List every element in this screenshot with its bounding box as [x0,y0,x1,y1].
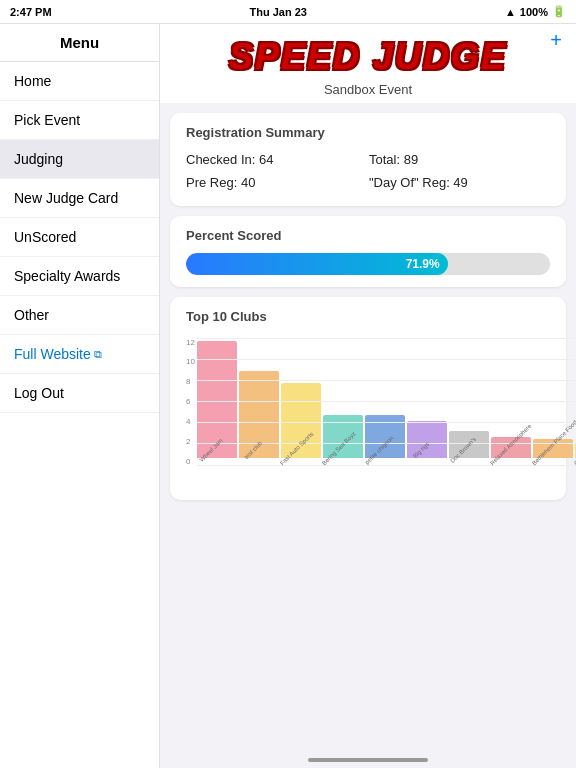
bar-col-4: petite chignon [365,338,405,466]
progress-label: 71.9% [406,257,440,271]
sidebar-item-judging[interactable]: Judging [0,140,159,179]
sidebar-item-other[interactable]: Other [0,296,159,335]
y-label-8: 8 [186,377,195,386]
bars-row: Wheel Jamtest clubFast Auto SportsBering… [197,338,576,488]
sidebar: Menu Home Pick Event Judging New Judge C… [0,24,160,768]
full-website-label: Full Website [14,346,91,362]
external-link-icon: ⧉ [94,348,102,361]
bar-col-0: Wheel Jam [197,338,237,466]
bar-col-8: Bethlehem Place Food Pantry [533,338,573,466]
bar-3 [323,415,363,458]
app-logo: SPEED JUDGE [176,36,560,78]
bar-col-5: Big rigs [407,338,447,466]
sidebar-item-home[interactable]: Home [0,62,159,101]
app-layout: Menu Home Pick Event Judging New Judge C… [0,24,576,768]
battery-label: 100% [520,6,548,18]
sidebar-item-specialty-awards[interactable]: Specialty Awards [0,257,159,296]
bar-col-7: Relaxed Atmosphere [491,338,531,466]
wifi-icon: ▲ [505,6,516,18]
chart-container: 12 10 8 6 4 2 0 [186,334,550,488]
y-label-4: 4 [186,417,195,426]
progress-bar-background: 71.9% [186,253,550,275]
percent-scored-card: Percent Scored 71.9% [170,216,566,287]
registration-title: Registration Summary [186,125,550,140]
y-label-0: 0 [186,457,195,466]
battery-icon: 🔋 [552,5,566,18]
y-label-12: 12 [186,338,195,347]
sidebar-item-pick-event[interactable]: Pick Event [0,101,159,140]
event-name: Sandbox Event [176,82,560,97]
logo-container: SPEED JUDGE Sandbox Event [160,24,576,103]
progress-container: 71.9% [186,253,550,275]
bar-col-1: test club [239,338,279,466]
day-of-stat: "Day Of" Reg: 49 [369,173,550,194]
bar-col-2: Fast Auto Sports [281,338,321,466]
status-time: 2:47 PM [10,6,52,18]
sidebar-item-full-website[interactable]: Full Website ⧉ [0,335,159,374]
add-button[interactable]: + [550,29,562,52]
status-bar: 2:47 PM Thu Jan 23 ▲ 100% 🔋 [0,0,576,24]
home-indicator [308,758,428,762]
bar-4 [365,415,405,458]
registration-grid: Checked In: 64 Total: 89 Pre Reg: 40 "Da… [186,150,550,194]
checked-in-stat: Checked In: 64 [186,150,367,171]
y-label-10: 10 [186,357,195,366]
registration-card: Registration Summary Checked In: 64 Tota… [170,113,566,206]
y-label-6: 6 [186,397,195,406]
y-label-2: 2 [186,437,195,446]
sidebar-item-unscored[interactable]: UnScored [0,218,159,257]
total-stat: Total: 89 [369,150,550,171]
sidebar-header: Menu [0,24,159,62]
top-clubs-title: Top 10 Clubs [186,309,550,324]
status-date: Thu Jan 23 [250,6,307,18]
bar-col-3: Bering Sea Boyz [323,338,363,466]
percent-scored-title: Percent Scored [186,228,550,243]
sidebar-item-new-judge-card[interactable]: New Judge Card [0,179,159,218]
pre-reg-stat: Pre Reg: 40 [186,173,367,194]
sidebar-item-logout[interactable]: Log Out [0,374,159,413]
top-clubs-card: Top 10 Clubs 12 10 8 6 4 2 0 [170,297,566,500]
bar-col-6: Doc Brown's [449,338,489,466]
main-content: + SPEED JUDGE Sandbox Event Registration… [160,24,576,768]
status-icons: ▲ 100% 🔋 [505,5,566,18]
progress-bar-fill: 71.9% [186,253,448,275]
